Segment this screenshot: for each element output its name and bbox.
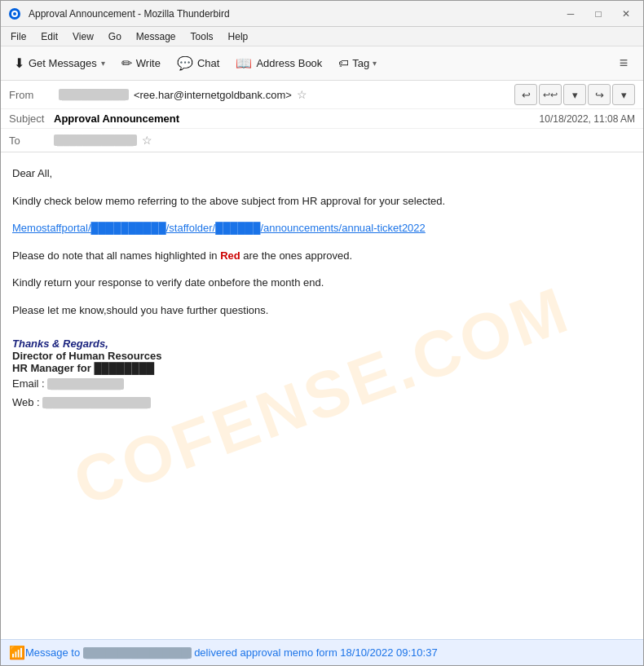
to-redacted: ████████████: [54, 135, 137, 146]
nav-buttons: ↩ ↩↩ ▾ ↪ ▾: [514, 84, 635, 105]
tag-label: Tag: [352, 57, 369, 69]
from-row: From ██████████ <ree.har@internetgoldban…: [1, 81, 643, 109]
address-book-button[interactable]: 📖 Address Book: [229, 51, 329, 77]
chat-icon: 💬: [177, 55, 193, 71]
maximize-button[interactable]: □: [588, 6, 609, 22]
minimize-button[interactable]: ─: [560, 6, 581, 22]
link-part3: /staffolder/: [166, 222, 215, 234]
toolbar-menu-button[interactable]: ≡: [611, 51, 637, 77]
more-actions-button[interactable]: ▾: [612, 84, 635, 105]
signature-email: Email : ███████████: [12, 374, 632, 393]
close-button[interactable]: ✕: [615, 6, 637, 22]
red-text: Red: [220, 249, 240, 262]
email-value-redacted: ███████████: [47, 378, 124, 390]
link-part5: /announcements/annual-ticket2022: [260, 222, 425, 234]
paragraph3: Please do note that all names highlighte…: [12, 248, 632, 264]
signature-title-line1: Director of Human Resources: [12, 350, 632, 362]
from-email: <ree.har@internetgoldbank.com>: [134, 89, 292, 101]
title-bar-text: Approval Announcement - Mozilla Thunderb…: [29, 8, 560, 20]
link-part1: Memostaffportal/: [12, 222, 91, 234]
write-button[interactable]: ✏ Write: [115, 51, 167, 77]
menu-file[interactable]: File: [4, 29, 33, 44]
menu-help[interactable]: Help: [222, 29, 255, 44]
signal-icon: 📶: [9, 645, 25, 660]
signature-line2-pre: HR Manager for: [12, 362, 94, 374]
link-redacted2: ██████: [215, 222, 260, 234]
paragraph3-pre: Please do note that all names highlighte…: [12, 249, 220, 262]
from-value: ██████████ <ree.har@internetgoldbank.com…: [59, 88, 514, 101]
status-recipient-redacted: ████████████████: [83, 647, 192, 659]
menu-bar: File Edit View Go Message Tools Help: [1, 27, 643, 46]
from-star-icon[interactable]: ☆: [297, 88, 307, 101]
phishing-link[interactable]: Memostaffportal/██████████/staffolder/██…: [12, 222, 426, 234]
window-controls: ─ □ ✕: [560, 6, 637, 22]
forward-button[interactable]: ↪: [588, 84, 611, 105]
phishing-link-paragraph: Memostaffportal/██████████/staffolder/██…: [12, 220, 632, 236]
more-nav-button[interactable]: ▾: [563, 84, 586, 105]
write-icon: ✏: [121, 55, 132, 71]
paragraph4: Kindly return your response to verify da…: [12, 275, 632, 291]
toolbar: ⬇ Get Messages ▾ ✏ Write 💬 Chat 📖 Addres…: [1, 46, 643, 81]
web-value-redacted: ████████████████: [42, 397, 151, 408]
greeting: Dear All,: [12, 165, 632, 182]
status-post: delivered approval memo form 18/10/2022 …: [192, 646, 438, 659]
title-bar: Approval Announcement - Mozilla Thunderb…: [1, 1, 643, 27]
subject-label: Subject: [9, 112, 54, 125]
status-text: Message to ████████████████ delivered ap…: [25, 646, 635, 659]
write-label: Write: [136, 57, 161, 69]
web-label: Web :: [12, 396, 42, 408]
address-book-icon: 📖: [236, 55, 252, 71]
menu-go[interactable]: Go: [102, 29, 128, 44]
paragraph5: Please let me know,should you have furth…: [12, 302, 632, 319]
menu-view[interactable]: View: [66, 29, 100, 44]
address-book-label: Address Book: [256, 57, 322, 69]
menu-message[interactable]: Message: [130, 29, 183, 44]
tag-dropdown-icon: ▾: [373, 59, 377, 68]
email-date: 10/18/2022, 11:08 AM: [540, 113, 635, 125]
from-redacted: ██████████: [59, 89, 129, 100]
tag-icon: 🏷: [338, 57, 349, 69]
reply-all-button[interactable]: ↩↩: [539, 84, 562, 105]
email-header: From ██████████ <ree.har@internetgoldban…: [1, 81, 643, 152]
signature-thanks: Thanks & Regards,: [12, 337, 632, 350]
reply-button[interactable]: ↩: [514, 84, 537, 105]
signature-title-line2: HR Manager for ████████: [12, 362, 632, 374]
email-content: Dear All, Kindly check below memo referr…: [12, 165, 632, 412]
link-redacted1: ██████████: [91, 222, 166, 234]
menu-edit[interactable]: Edit: [34, 29, 64, 44]
email-label: Email :: [12, 377, 47, 390]
app-icon: [7, 7, 22, 21]
signature-web: Web : ████████████████: [12, 393, 632, 412]
subject-text: Approval Announcement: [54, 112, 540, 125]
chat-button[interactable]: 💬 Chat: [170, 51, 226, 77]
paragraph3-post: are the ones approved.: [240, 249, 352, 262]
get-messages-icon: ⬇: [14, 55, 24, 71]
from-label: From: [9, 89, 54, 101]
status-pre: Message to: [25, 646, 83, 659]
to-star-icon[interactable]: ☆: [142, 134, 152, 147]
menu-tools[interactable]: Tools: [184, 29, 220, 44]
to-label: To: [9, 135, 54, 147]
main-window: Approval Announcement - Mozilla Thunderb…: [0, 0, 644, 666]
tag-button[interactable]: 🏷 Tag ▾: [332, 51, 383, 77]
paragraph1: Kindly check below memo referring to the…: [12, 193, 632, 210]
to-row: To ████████████ ☆: [1, 129, 643, 152]
signature-company-redacted: ████████: [94, 362, 154, 374]
svg-point-2: [13, 12, 16, 15]
get-messages-dropdown-icon: ▾: [101, 59, 105, 68]
subject-row: Subject Approval Announcement 10/18/2022…: [1, 109, 643, 129]
get-messages-label: Get Messages: [29, 57, 97, 69]
get-messages-button[interactable]: ⬇ Get Messages ▾: [7, 51, 112, 77]
email-body: COFENSE.COM Dear All, Kindly check below…: [1, 152, 643, 639]
chat-label: Chat: [197, 57, 219, 69]
to-value: ████████████ ☆: [54, 134, 635, 147]
status-bar: 📶 Message to ████████████████ delivered …: [1, 639, 643, 665]
signature: Thanks & Regards, Director of Human Reso…: [12, 337, 632, 412]
